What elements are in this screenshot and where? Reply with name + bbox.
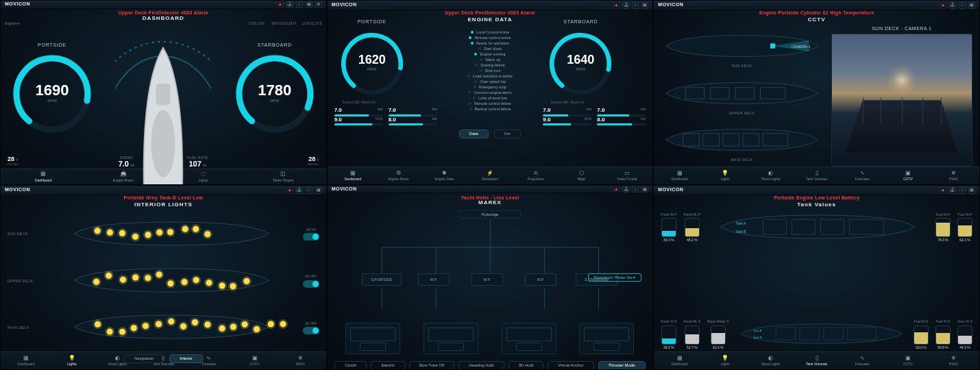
deck-sun[interactable]: CAMERA 1 SUN DECK bbox=[661, 30, 822, 68]
deck-light-map[interactable] bbox=[46, 311, 297, 345]
marex-btn[interactable]: Virtual Anchor bbox=[548, 361, 593, 370]
svg-point-24 bbox=[93, 225, 102, 235]
pill-ovr[interactable]: Ovr bbox=[494, 130, 522, 138]
svg-point-28 bbox=[117, 228, 127, 238]
deck-light-map[interactable] bbox=[46, 264, 297, 298]
flybridge-node[interactable]: Flybridge bbox=[459, 210, 521, 219]
light-row: SUN DECK All ON bbox=[8, 218, 319, 251]
grid-icon[interactable]: ▦ bbox=[641, 2, 648, 9]
svg-point-94 bbox=[240, 320, 249, 330]
svg-point-40 bbox=[191, 224, 201, 234]
warning-icon[interactable]: ▲ bbox=[613, 2, 620, 9]
deck-selector: CAMERA 1 SUN DECK UPPER DECK MAIN DECK bbox=[661, 26, 822, 166]
anchor-icon[interactable]: ⚓ bbox=[622, 2, 629, 9]
nav-dashboard[interactable]: ▦Dashboard bbox=[339, 170, 367, 182]
svg-point-100 bbox=[278, 319, 288, 329]
grid-icon[interactable]: ▦ bbox=[306, 1, 313, 8]
svg-rect-5 bbox=[156, 84, 171, 106]
svg-point-50 bbox=[131, 273, 140, 282]
marex-btn[interactable]: 3D Hold bbox=[509, 361, 544, 370]
screen-dashboard: MOVICON ▲ ⚓ ⌂ ▦ ⚙ Upper Deck FireDetecto… bbox=[0, 0, 327, 185]
engine-port: PORTSIDE 1620RPM Exhaust 302 / Boost 0.9… bbox=[334, 26, 437, 126]
deck-light-map[interactable] bbox=[46, 218, 297, 251]
screen-lights: MOVICON ▲⚓⌂▦ Portside Grey Tank-D Level … bbox=[0, 185, 327, 370]
tank-gauge[interactable]: Fuel M-P78.3 % bbox=[935, 213, 951, 243]
gauge-starboard: STARBOARD 1780RPM bbox=[230, 49, 319, 138]
svg-point-46 bbox=[104, 271, 114, 280]
svg-point-62 bbox=[204, 278, 214, 288]
tank-gauge[interactable]: Fresh M P30.3 % bbox=[661, 213, 676, 243]
engine-status-list: Local Control ActiveRemote control activ… bbox=[467, 26, 513, 126]
svg-point-92 bbox=[228, 322, 238, 332]
tank-gauge[interactable]: Fuel W-S59.8 % bbox=[935, 320, 951, 349]
svg-point-48 bbox=[119, 275, 128, 284]
svg-rect-12 bbox=[770, 44, 775, 49]
light-row: MAIN DECK All OFF bbox=[8, 311, 319, 345]
svg-point-66 bbox=[228, 282, 238, 291]
toggle-all-lights[interactable] bbox=[303, 233, 319, 241]
svg-point-52 bbox=[143, 273, 153, 283]
home-icon[interactable]: ⌂ bbox=[296, 1, 303, 8]
screen-marex: MOVICON ▲⚓⌂▦ Yacht Helm - Line Level MAR… bbox=[327, 185, 654, 370]
tank-gauge[interactable]: Black Water S61.4 % bbox=[707, 320, 729, 349]
svg-point-82 bbox=[167, 317, 176, 327]
svg-text:Tank A: Tank A bbox=[736, 221, 747, 225]
marex-btn[interactable]: Thruster Mode bbox=[598, 361, 646, 370]
svg-point-74 bbox=[118, 328, 127, 337]
port-bars: 7.0bar7.0bar9.0l/min8.0bar bbox=[334, 108, 437, 126]
svg-point-90 bbox=[217, 324, 227, 334]
svg-text:Tank B: Tank B bbox=[753, 336, 762, 340]
svg-point-78 bbox=[140, 321, 150, 331]
svg-point-58 bbox=[180, 278, 189, 287]
node-port[interactable]: S.PORTSIDE bbox=[362, 273, 402, 286]
tank-gauge[interactable]: Fresh BL S51.7 % bbox=[683, 320, 700, 349]
svg-point-68 bbox=[242, 276, 252, 286]
gauge-port: PORTSIDE 1690RPM bbox=[8, 49, 97, 138]
pill-data[interactable]: Data bbox=[459, 130, 489, 138]
svg-point-42 bbox=[203, 229, 212, 238]
tank-gauge[interactable]: Fuel W-P62.1 % bbox=[957, 213, 972, 243]
deck-upper[interactable]: UPPER DECK bbox=[661, 77, 822, 115]
nav-dashboard[interactable]: ▦Dashboard bbox=[29, 171, 57, 183]
tank-gauge[interactable]: Fresh M S28.9 % bbox=[661, 320, 676, 349]
deck-main[interactable]: MAIN DECK bbox=[661, 124, 822, 162]
tank-gauge[interactable]: Grey W S44.2 % bbox=[957, 320, 972, 349]
svg-point-60 bbox=[191, 275, 201, 285]
svg-point-76 bbox=[129, 323, 138, 333]
home-icon[interactable]: ⌂ bbox=[632, 2, 639, 9]
light-deck-rows: SUN DECK All ONUPPER DECK All OFFMAIN DE… bbox=[8, 211, 319, 352]
thruster-dropdown[interactable]: Propulsion / Power Set ▾ bbox=[588, 273, 641, 282]
pill-interior[interactable]: Interior bbox=[169, 354, 203, 363]
svg-point-36 bbox=[166, 227, 175, 236]
warning-icon[interactable]: ▲ bbox=[940, 2, 946, 9]
svg-point-70 bbox=[93, 320, 103, 330]
screen-tanks: MOVICON ▲⚓⌂▦ Portside Engine Low Level B… bbox=[653, 185, 980, 370]
toggle-all-lights[interactable] bbox=[303, 280, 319, 288]
marex-btn[interactable]: Bow Tube Off bbox=[409, 361, 454, 370]
svg-point-34 bbox=[155, 227, 164, 237]
marex-btn[interactable]: Heading Hold bbox=[458, 361, 504, 370]
toggle-all-lights[interactable] bbox=[303, 327, 319, 334]
svg-point-96 bbox=[252, 325, 261, 334]
bottom-nav: ▦Dashboard ⚙Engine Room ✱Engine Data ⚡Ge… bbox=[328, 166, 653, 184]
marex-btn[interactable]: Clutch bbox=[334, 361, 367, 370]
svg-text:Tank B: Tank B bbox=[736, 230, 747, 234]
pill-navigation[interactable]: Navigation bbox=[124, 354, 164, 363]
svg-point-30 bbox=[131, 232, 140, 241]
camera-feed[interactable] bbox=[831, 34, 972, 166]
light-row: UPPER DECK All OFF bbox=[8, 264, 319, 298]
anchor-icon[interactable]: ⚓ bbox=[286, 1, 293, 8]
tank-gauge[interactable]: Fresh BL P48.2 % bbox=[683, 213, 700, 243]
svg-point-84 bbox=[179, 322, 188, 332]
marex-buttons: ClutchElectricBow Tube OffHeading Hold3D… bbox=[334, 361, 646, 370]
svg-point-32 bbox=[143, 230, 153, 239]
warning-icon[interactable]: ▲ bbox=[277, 1, 284, 8]
svg-point-38 bbox=[180, 224, 190, 234]
svg-point-26 bbox=[105, 227, 114, 237]
nav-tanks[interactable]: ◫Tanks Targets bbox=[269, 171, 297, 183]
settings-icon[interactable]: ⚙ bbox=[315, 1, 322, 8]
marex-btn[interactable]: Electric bbox=[371, 361, 405, 370]
tank-gauge[interactable]: Fuel M-S63.0 % bbox=[914, 320, 929, 349]
battery-port: 28VPort Batt. bbox=[8, 156, 19, 166]
engine-schematics bbox=[334, 323, 646, 357]
